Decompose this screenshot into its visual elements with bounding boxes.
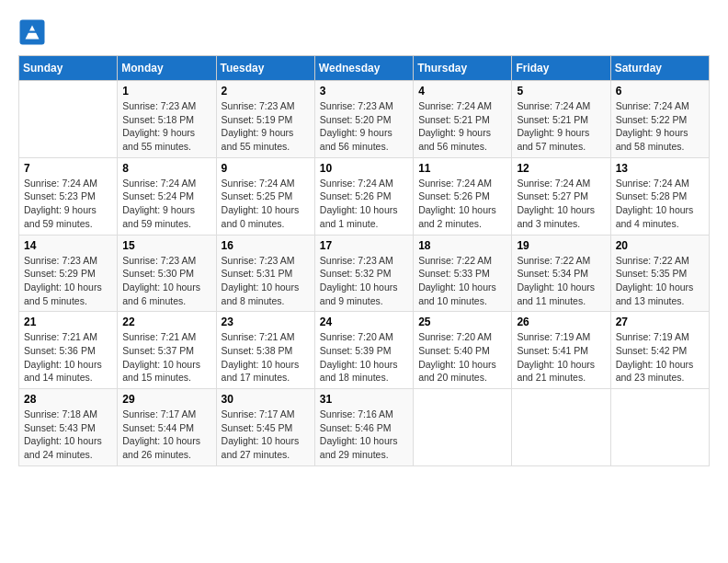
day-cell: 9Sunrise: 7:24 AMSunset: 5:25 PMDaylight…: [216, 157, 314, 235]
day-number: 28: [24, 393, 112, 406]
day-detail: Sunrise: 7:19 AMSunset: 5:41 PMDaylight:…: [517, 330, 605, 385]
day-cell: 31Sunrise: 7:16 AMSunset: 5:46 PMDayligh…: [314, 389, 413, 466]
day-number: 5: [517, 85, 605, 98]
day-detail: Sunrise: 7:24 AMSunset: 5:21 PMDaylight:…: [517, 99, 605, 154]
day-cell: 21Sunrise: 7:21 AMSunset: 5:36 PMDayligh…: [19, 312, 118, 389]
day-number: 31: [320, 393, 408, 406]
day-number: 14: [24, 239, 112, 252]
day-detail: Sunrise: 7:23 AMSunset: 5:19 PMDaylight:…: [222, 99, 310, 154]
day-cell: [19, 81, 118, 158]
day-detail: Sunrise: 7:21 AMSunset: 5:37 PMDaylight:…: [122, 330, 210, 385]
day-number: 21: [24, 316, 112, 328]
day-number: 15: [122, 239, 210, 252]
day-number: 26: [517, 316, 605, 328]
col-header-thursday: Thursday: [414, 56, 512, 81]
day-detail: Sunrise: 7:23 AMSunset: 5:18 PMDaylight:…: [122, 99, 210, 154]
day-number: 3: [320, 85, 408, 98]
day-cell: 19Sunrise: 7:22 AMSunset: 5:34 PMDayligh…: [512, 235, 610, 312]
logo: [18, 18, 50, 46]
day-cell: 25Sunrise: 7:20 AMSunset: 5:40 PMDayligh…: [414, 312, 512, 389]
day-number: 18: [418, 239, 506, 252]
day-number: 29: [122, 393, 210, 406]
day-detail: Sunrise: 7:23 AMSunset: 5:31 PMDaylight:…: [222, 254, 310, 308]
day-cell: 17Sunrise: 7:23 AMSunset: 5:32 PMDayligh…: [314, 235, 413, 312]
week-row-2: 7Sunrise: 7:24 AMSunset: 5:23 PMDaylight…: [19, 157, 710, 235]
day-cell: 6Sunrise: 7:24 AMSunset: 5:22 PMDaylight…: [610, 81, 709, 158]
day-number: 4: [418, 85, 506, 98]
day-cell: 15Sunrise: 7:23 AMSunset: 5:30 PMDayligh…: [118, 235, 216, 312]
day-number: 8: [122, 162, 210, 175]
day-cell: 1Sunrise: 7:23 AMSunset: 5:18 PMDaylight…: [118, 81, 216, 158]
day-detail: Sunrise: 7:24 AMSunset: 5:22 PMDaylight:…: [616, 99, 704, 154]
day-cell: 8Sunrise: 7:24 AMSunset: 5:24 PMDaylight…: [118, 157, 216, 235]
day-number: 23: [222, 316, 310, 328]
svg-rect-2: [28, 31, 37, 33]
day-cell: 28Sunrise: 7:18 AMSunset: 5:43 PMDayligh…: [19, 389, 118, 466]
col-header-friday: Friday: [512, 56, 610, 81]
week-row-5: 28Sunrise: 7:18 AMSunset: 5:43 PMDayligh…: [19, 389, 710, 466]
day-detail: Sunrise: 7:24 AMSunset: 5:25 PMDaylight:…: [222, 177, 310, 231]
day-cell: 23Sunrise: 7:21 AMSunset: 5:38 PMDayligh…: [216, 312, 314, 389]
day-number: 12: [517, 162, 605, 175]
day-detail: Sunrise: 7:20 AMSunset: 5:39 PMDaylight:…: [320, 330, 408, 385]
day-number: 10: [320, 162, 408, 175]
day-number: 30: [222, 393, 310, 406]
day-cell: 14Sunrise: 7:23 AMSunset: 5:29 PMDayligh…: [19, 235, 118, 312]
day-detail: Sunrise: 7:24 AMSunset: 5:21 PMDaylight:…: [418, 99, 506, 154]
day-detail: Sunrise: 7:16 AMSunset: 5:46 PMDaylight:…: [320, 408, 408, 462]
day-detail: Sunrise: 7:24 AMSunset: 5:28 PMDaylight:…: [616, 177, 704, 231]
day-number: 13: [616, 162, 704, 175]
day-number: 27: [616, 316, 704, 328]
day-detail: Sunrise: 7:23 AMSunset: 5:29 PMDaylight:…: [24, 254, 112, 308]
day-number: 7: [24, 162, 112, 175]
day-detail: Sunrise: 7:21 AMSunset: 5:36 PMDaylight:…: [24, 330, 112, 385]
day-cell: 20Sunrise: 7:22 AMSunset: 5:35 PMDayligh…: [610, 235, 709, 312]
day-number: 6: [616, 85, 704, 98]
day-number: 16: [222, 239, 310, 252]
day-cell: 2Sunrise: 7:23 AMSunset: 5:19 PMDaylight…: [216, 81, 314, 158]
day-detail: Sunrise: 7:22 AMSunset: 5:34 PMDaylight:…: [517, 254, 605, 308]
day-detail: Sunrise: 7:22 AMSunset: 5:33 PMDaylight:…: [418, 254, 506, 308]
day-cell: 18Sunrise: 7:22 AMSunset: 5:33 PMDayligh…: [414, 235, 512, 312]
day-cell: 27Sunrise: 7:19 AMSunset: 5:42 PMDayligh…: [610, 312, 709, 389]
day-cell: 7Sunrise: 7:24 AMSunset: 5:23 PMDaylight…: [19, 157, 118, 235]
day-number: 19: [517, 239, 605, 252]
logo-icon: [18, 18, 46, 46]
day-detail: Sunrise: 7:17 AMSunset: 5:45 PMDaylight:…: [222, 408, 310, 462]
day-cell: 12Sunrise: 7:24 AMSunset: 5:27 PMDayligh…: [512, 157, 610, 235]
day-detail: Sunrise: 7:24 AMSunset: 5:23 PMDaylight:…: [24, 177, 112, 231]
day-number: 1: [122, 85, 210, 98]
day-number: 17: [320, 239, 408, 252]
day-cell: 22Sunrise: 7:21 AMSunset: 5:37 PMDayligh…: [118, 312, 216, 389]
day-detail: Sunrise: 7:23 AMSunset: 5:32 PMDaylight:…: [320, 254, 408, 308]
day-number: 2: [222, 85, 310, 98]
day-cell: 11Sunrise: 7:24 AMSunset: 5:26 PMDayligh…: [414, 157, 512, 235]
day-cell: 13Sunrise: 7:24 AMSunset: 5:28 PMDayligh…: [610, 157, 709, 235]
week-row-3: 14Sunrise: 7:23 AMSunset: 5:29 PMDayligh…: [19, 235, 710, 312]
day-detail: Sunrise: 7:23 AMSunset: 5:20 PMDaylight:…: [320, 99, 408, 154]
day-cell: 30Sunrise: 7:17 AMSunset: 5:45 PMDayligh…: [216, 389, 314, 466]
col-header-wednesday: Wednesday: [314, 56, 413, 81]
day-number: 24: [320, 316, 408, 328]
day-detail: Sunrise: 7:18 AMSunset: 5:43 PMDaylight:…: [24, 408, 112, 462]
header-row: SundayMondayTuesdayWednesdayThursdayFrid…: [19, 56, 710, 81]
col-header-sunday: Sunday: [19, 56, 118, 81]
week-row-1: 1Sunrise: 7:23 AMSunset: 5:18 PMDaylight…: [19, 81, 710, 158]
col-header-tuesday: Tuesday: [216, 56, 314, 81]
day-number: 20: [616, 239, 704, 252]
day-detail: Sunrise: 7:24 AMSunset: 5:26 PMDaylight:…: [320, 177, 408, 231]
day-cell: 3Sunrise: 7:23 AMSunset: 5:20 PMDaylight…: [314, 81, 413, 158]
day-detail: Sunrise: 7:20 AMSunset: 5:40 PMDaylight:…: [418, 330, 506, 385]
day-detail: Sunrise: 7:22 AMSunset: 5:35 PMDaylight:…: [616, 254, 704, 308]
day-cell: [512, 389, 610, 466]
col-header-monday: Monday: [118, 56, 216, 81]
calendar-table: SundayMondayTuesdayWednesdayThursdayFrid…: [18, 55, 710, 466]
day-number: 25: [418, 316, 506, 328]
day-detail: Sunrise: 7:24 AMSunset: 5:26 PMDaylight:…: [418, 177, 506, 231]
day-number: 22: [122, 316, 210, 328]
day-detail: Sunrise: 7:23 AMSunset: 5:30 PMDaylight:…: [122, 254, 210, 308]
day-cell: [414, 389, 512, 466]
day-detail: Sunrise: 7:24 AMSunset: 5:24 PMDaylight:…: [122, 177, 210, 231]
week-row-4: 21Sunrise: 7:21 AMSunset: 5:36 PMDayligh…: [19, 312, 710, 389]
day-detail: Sunrise: 7:21 AMSunset: 5:38 PMDaylight:…: [222, 330, 310, 385]
